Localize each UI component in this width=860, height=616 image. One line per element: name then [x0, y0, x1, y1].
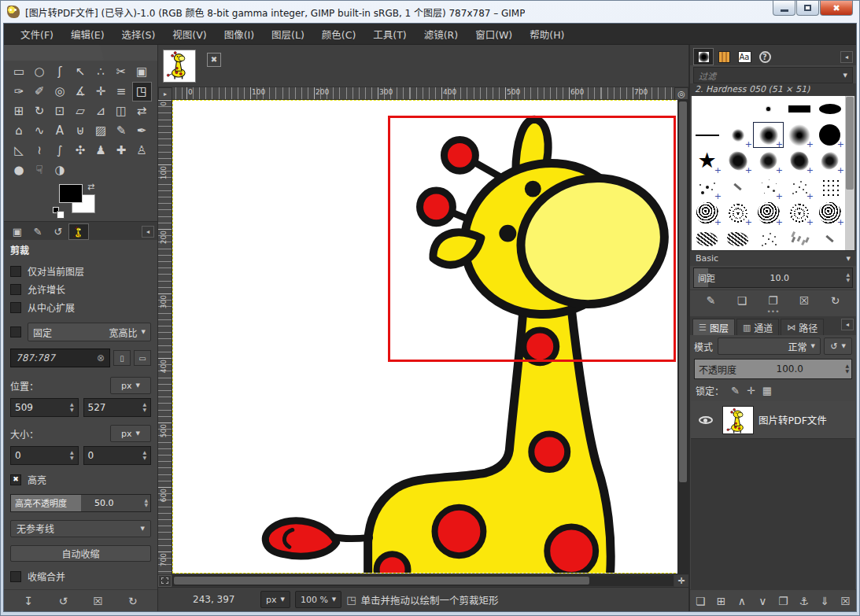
highlight-opacity-slider[interactable]: 高亮不透明度 50.0 ▲▼: [10, 494, 151, 512]
ellipse-select-tool-icon[interactable]: ○: [30, 62, 50, 82]
cage-transform-tool-icon[interactable]: ⌂: [9, 121, 29, 141]
brush-item[interactable]: [814, 122, 845, 148]
brush-item[interactable]: [753, 226, 784, 250]
airbrush-tool-icon[interactable]: ≀: [30, 141, 50, 160]
fixed-checkbox[interactable]: [10, 326, 21, 338]
foreground-color-swatch[interactable]: [59, 184, 83, 203]
save-tool-preset-icon[interactable]: ↧: [18, 595, 39, 607]
menu-item[interactable]: 图层(L): [263, 24, 313, 45]
brush-item[interactable]: [814, 200, 845, 226]
vertical-scrollbar-thumb[interactable]: [679, 101, 687, 482]
layers-tab[interactable]: ☰图层: [692, 319, 735, 335]
brush-scrollbar-thumb[interactable]: [846, 97, 854, 190]
brush-item[interactable]: [722, 200, 753, 226]
image-thumbnail-tab[interactable]: [68, 223, 89, 240]
menu-item[interactable]: 帮助(H): [521, 24, 573, 45]
spinner-arrows-icon[interactable]: ▲▼: [70, 450, 74, 460]
brush-grid-scrollbar[interactable]: [845, 96, 854, 250]
brush-item[interactable]: [753, 148, 784, 174]
auto-shrink-button[interactable]: 自动收缩: [10, 545, 151, 562]
canvas-image[interactable]: [172, 100, 677, 574]
clone-tool-icon[interactable]: ♟: [91, 141, 111, 160]
menu-item[interactable]: 视图(V): [164, 24, 215, 45]
dock-resize-grip[interactable]: •••: [690, 310, 856, 316]
status-zoom-dropdown[interactable]: 100 %▼: [295, 591, 341, 608]
collapse-dock-button[interactable]: ◂: [840, 51, 853, 63]
select-by-color-tool-icon[interactable]: ∴: [91, 62, 111, 82]
blur-sharpen-tool-icon[interactable]: ●: [9, 160, 29, 180]
horizontal-scrollbar-thumb[interactable]: [174, 577, 589, 585]
aspect-ratio-field[interactable]: 787:787 ⊗: [10, 349, 110, 367]
new-layer-group-icon[interactable]: ⊞: [711, 595, 732, 607]
image-tab-close-button[interactable]: ✖: [207, 53, 221, 67]
rotate-tool-icon[interactable]: ↻: [30, 101, 50, 121]
paths-tab[interactable]: ⋈路径: [781, 319, 824, 335]
zoom-tool-icon[interactable]: ◎: [50, 82, 70, 101]
collapse-dock-button[interactable]: ◂: [142, 226, 154, 238]
brush-item[interactable]: [784, 148, 814, 174]
brush-item[interactable]: [814, 174, 845, 200]
tool-options-tab[interactable]: ▣: [7, 223, 28, 240]
delete-brush-icon[interactable]: ☒: [794, 294, 814, 307]
smudge-tool-icon[interactable]: ☟: [30, 160, 50, 180]
duplicate-brush-icon[interactable]: ❐: [763, 294, 784, 307]
paintbrush-tool-icon[interactable]: ✒: [132, 121, 152, 141]
undo-history-tab[interactable]: ↺: [48, 223, 68, 240]
horizontal-scrollbar[interactable]: [172, 575, 674, 586]
size-height-input[interactable]: 0▲▼: [83, 446, 152, 465]
brush-item[interactable]: [753, 96, 784, 122]
menu-item[interactable]: 图像(I): [216, 24, 263, 45]
bucket-fill-tool-icon[interactable]: ⊎: [71, 121, 90, 141]
free-select-tool-icon[interactable]: ʃ: [50, 62, 70, 82]
brush-item[interactable]: [722, 226, 753, 250]
option-checkbox[interactable]: [10, 266, 21, 277]
spinner-arrows-icon[interactable]: ▲▼: [142, 402, 146, 412]
close-button[interactable]: ✖: [820, 1, 853, 16]
brush-item[interactable]: [692, 226, 722, 250]
pencil-tool-icon[interactable]: ✎: [112, 121, 131, 141]
collapse-dock-button[interactable]: ◂: [841, 319, 854, 330]
portrait-orientation-button[interactable]: ▯: [113, 350, 131, 366]
brush-item[interactable]: [722, 122, 753, 148]
guides-dropdown[interactable]: 无参考线 ▼: [10, 520, 151, 537]
new-layer-icon[interactable]: ❏: [690, 595, 711, 607]
clear-icon[interactable]: ⊗: [97, 352, 105, 363]
spinner-arrows-icon[interactable]: ▲▼: [846, 272, 852, 282]
lock-pixels-icon[interactable]: ✎: [731, 385, 740, 397]
quick-mask-toggle[interactable]: [158, 575, 172, 587]
color-picker-tool-icon[interactable]: ✐: [30, 82, 50, 101]
layer-mode-dropdown[interactable]: 正常 ▼: [718, 338, 821, 355]
rectangle-select-tool-icon[interactable]: ▭: [9, 62, 29, 82]
layer-visibility-eye-icon[interactable]: [699, 416, 713, 424]
channels-tab[interactable]: ▥通道: [736, 319, 779, 335]
status-unit-dropdown[interactable]: px▼: [260, 591, 290, 608]
unified-transform-tool-icon[interactable]: ⊞: [9, 101, 29, 121]
reset-colors-button[interactable]: [53, 207, 59, 213]
brush-item[interactable]: [753, 122, 784, 148]
landscape-orientation-button[interactable]: ▭: [134, 350, 151, 366]
new-brush-icon[interactable]: ❏: [732, 294, 752, 307]
mypaint-brush-tool-icon[interactable]: ✣: [71, 141, 90, 160]
menu-item[interactable]: 颜色(C): [313, 24, 364, 45]
help-tab[interactable]: ?: [755, 48, 775, 65]
delete-tool-preset-icon[interactable]: ☒: [88, 595, 109, 607]
fonts-tab[interactable]: Aa: [734, 48, 755, 65]
align-tool-icon[interactable]: ≡: [112, 82, 131, 101]
foreground-select-tool-icon[interactable]: ▣: [132, 62, 152, 82]
highlight-checkbox[interactable]: ✖: [10, 474, 21, 485]
brush-item[interactable]: [814, 96, 845, 122]
brush-spacing-slider[interactable]: 间距 10.0 ▲▼: [693, 267, 853, 288]
fuzzy-select-tool-icon[interactable]: ↖: [71, 62, 90, 82]
brush-item[interactable]: [722, 96, 753, 122]
move-tool-icon[interactable]: ✛: [91, 82, 111, 101]
menu-item[interactable]: 编辑(E): [62, 24, 113, 45]
text-tool-icon[interactable]: A: [50, 121, 70, 141]
perspective-tool-icon[interactable]: ⊿: [91, 101, 111, 121]
restore-tool-preset-icon[interactable]: ↺: [53, 595, 73, 607]
spinner-arrows-icon[interactable]: ▲▼: [845, 363, 851, 374]
brush-item[interactable]: [753, 174, 784, 200]
raise-layer-icon[interactable]: ∧: [732, 595, 752, 607]
device-status-tab[interactable]: ✎: [28, 223, 48, 240]
minimize-button[interactable]: [773, 1, 795, 16]
merge-down-icon[interactable]: ⇓: [814, 595, 835, 607]
